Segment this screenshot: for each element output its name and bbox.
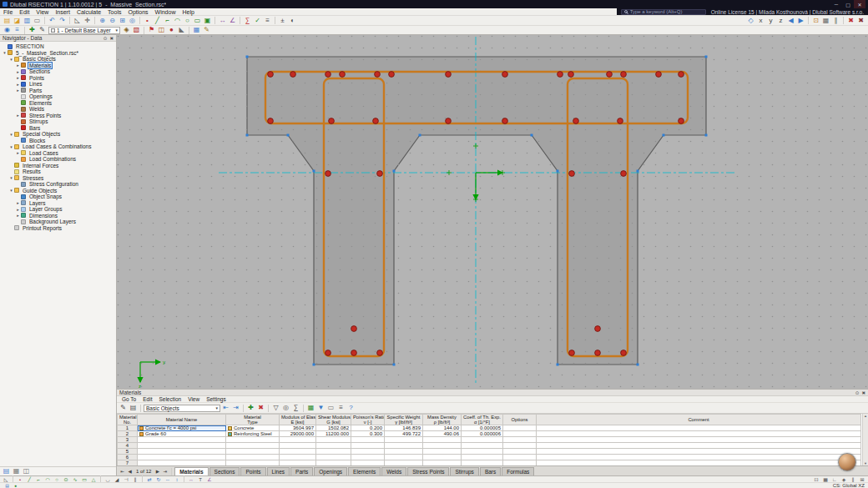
expand-arrow-icon[interactable]: ▾ [8, 144, 14, 149]
tree-item-elements[interactable]: Elements [0, 100, 116, 107]
value-cell[interactable]: 499.722 [385, 431, 423, 437]
undo-icon[interactable]: ↶ [48, 17, 57, 25]
mirror-tool-icon[interactable]: ⇔ [164, 476, 172, 482]
status-ok-icon[interactable]: ● [12, 483, 19, 488]
expand-arrow-icon[interactable]: ▸ [15, 150, 21, 155]
layer-color-icon[interactable]: ▧ [132, 26, 141, 34]
tree-item-points[interactable]: ▸Points [0, 75, 116, 82]
pager-first-button[interactable]: ⇤ [119, 467, 126, 475]
value-cell[interactable] [462, 455, 503, 460]
stirrup-tool-icon[interactable]: ◫ [157, 26, 166, 34]
expand-arrow-icon[interactable]: ▸ [15, 207, 21, 212]
tree-item-5-massive-section-rsc[interactable]: ▾5_-_Massive_Section.rsc* [0, 50, 116, 57]
value-cell[interactable] [351, 455, 385, 460]
check-section-icon[interactable]: ✓ [253, 17, 262, 25]
drawing-canvas[interactable]: yz [117, 35, 868, 389]
zoom-all-icon[interactable]: ◎ [128, 17, 137, 25]
dimension-icon[interactable]: ↔ [218, 17, 227, 25]
polyline-tool-icon[interactable]: ⌐ [34, 476, 43, 482]
comment-cell[interactable] [537, 431, 861, 437]
expand-arrow-icon[interactable]: ▸ [15, 75, 21, 80]
tab-elements[interactable]: Elements [348, 467, 381, 475]
spline-tool-icon[interactable]: ∿ [71, 476, 79, 482]
value-cell[interactable] [423, 449, 462, 455]
jump-first-table-icon[interactable]: ⇤ [221, 404, 230, 412]
filter-rows-icon[interactable]: ▽ [271, 404, 280, 412]
options-cell[interactable] [503, 449, 537, 455]
tab-formulas[interactable]: Formulas [502, 467, 534, 475]
new-rectangle-icon[interactable]: ▭ [193, 17, 202, 25]
tab-materials[interactable]: Materials [174, 467, 208, 475]
table-help-icon[interactable]: ? [346, 404, 356, 412]
minimize-button[interactable]: ─ [830, 0, 842, 8]
close-window-button[interactable]: ✕ [854, 0, 865, 8]
base-layer-select[interactable]: 1 - Default Base Layer ▾ [48, 27, 120, 34]
lock-layer-icon[interactable]: ◈ [122, 26, 131, 34]
tab-parts[interactable]: Parts [290, 467, 313, 475]
delete-objects-icon[interactable]: ✖ [846, 17, 855, 25]
new-point-icon[interactable]: • [143, 17, 152, 25]
tab-sections[interactable]: Sections [209, 467, 240, 475]
table-menu-edit[interactable]: Edit [139, 396, 155, 402]
delete-row-icon[interactable]: ✖ [256, 404, 265, 412]
tree-item-printout-reports[interactable]: Printout Reports [0, 225, 116, 232]
value-cell[interactable] [423, 455, 462, 460]
snap-toggle-icon[interactable]: ⊡ [812, 476, 820, 482]
offset-tool-icon[interactable]: ∥ [131, 476, 139, 482]
jump-last-table-icon[interactable]: ⇥ [231, 404, 240, 412]
table-menu-view[interactable]: View [184, 396, 203, 402]
value-cell[interactable] [280, 449, 316, 455]
value-cell[interactable]: 29000.000 [280, 431, 316, 437]
block-library-icon[interactable]: ▦ [192, 26, 201, 34]
value-cell[interactable] [316, 443, 351, 449]
options-cell[interactable] [503, 460, 537, 466]
tab-bars[interactable]: Bars [480, 467, 501, 475]
move-view-icon[interactable]: ✛ [83, 17, 92, 25]
expand-arrow-icon[interactable]: ▸ [15, 213, 21, 218]
point-tool-icon[interactable]: • [16, 476, 24, 482]
maximize-button[interactable]: ▢ [842, 0, 854, 8]
menu-tools[interactable]: Tools [104, 8, 124, 15]
value-cell[interactable] [316, 437, 351, 443]
view-in-x-icon[interactable]: x [756, 17, 765, 25]
object-snap-toggle-icon[interactable]: ◈ [840, 476, 848, 482]
row-number-cell[interactable]: 1 [118, 425, 138, 431]
tree-item-stress-points[interactable]: ▸Stress Points [0, 113, 116, 119]
value-cell[interactable] [280, 455, 316, 460]
material-type-cell[interactable] [226, 455, 280, 460]
pager-next-button[interactable]: ▶ [154, 467, 161, 475]
dimension-tool-icon[interactable]: ↔ [187, 476, 195, 482]
layers-manager-icon[interactable]: ≡ [13, 26, 22, 34]
menu-options[interactable]: Options [124, 8, 151, 15]
options-cell[interactable] [503, 455, 537, 460]
value-cell[interactable] [385, 443, 423, 449]
tab-welds[interactable]: Welds [381, 467, 406, 475]
options-cell[interactable] [503, 443, 537, 449]
tree-item-special-objects[interactable]: ▾Special Objects [0, 131, 116, 138]
material-type-cell[interactable] [226, 460, 280, 466]
grid-snap-toggle-icon[interactable]: ▦ [821, 476, 830, 482]
new-model-icon[interactable]: ▤ [3, 17, 12, 25]
options-cell[interactable] [503, 437, 537, 443]
row-number-cell[interactable]: 3 [118, 437, 138, 443]
tab-openings[interactable]: Openings [314, 467, 347, 475]
tree-item-basic-objects[interactable]: ▾Basic Objects [0, 56, 116, 63]
rotate-tool-icon[interactable]: ↻ [154, 476, 163, 482]
value-cell[interactable] [316, 460, 351, 466]
comment-cell[interactable] [537, 460, 861, 466]
value-cell[interactable]: 144.00 [423, 425, 462, 431]
value-cell[interactable]: 0.200 [351, 425, 385, 431]
trim-tool-icon[interactable]: ⊣ [122, 476, 130, 482]
menu-insert[interactable]: Insert [52, 8, 73, 15]
select-tool-icon[interactable]: ◺ [2, 476, 10, 482]
weld-tool-icon[interactable]: ◣ [177, 26, 186, 34]
favorites-icon[interactable]: ⚑ [147, 26, 156, 34]
material-type-cell[interactable] [226, 443, 280, 449]
new-layer-icon[interactable]: ✚ [28, 26, 37, 34]
comment-cell[interactable] [537, 437, 861, 443]
redo-icon[interactable]: ↷ [58, 17, 67, 25]
keyword-search-input[interactable]: Type a keyword (Alt+Q) [621, 9, 706, 15]
scale-tool-icon[interactable]: ↕ [173, 476, 181, 482]
value-cell[interactable] [280, 443, 316, 449]
open-model-icon[interactable]: ◪ [13, 17, 22, 25]
